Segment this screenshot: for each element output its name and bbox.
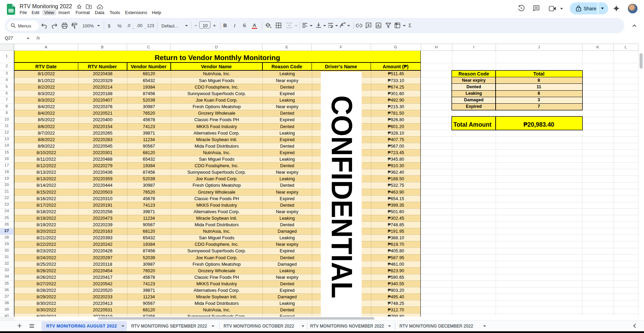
svg-text:CONFIDENTIAL: CONFIDENTIAL xyxy=(326,95,358,298)
svg-text:A: A xyxy=(341,23,343,27)
